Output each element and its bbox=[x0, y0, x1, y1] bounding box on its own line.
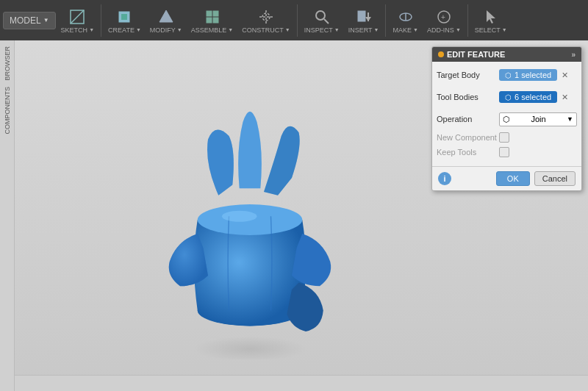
toolbar-group-addins[interactable]: + ADD-INS▼ bbox=[423, 5, 465, 36]
svg-marker-16 bbox=[365, 17, 371, 21]
addins-icon: + bbox=[434, 7, 453, 26]
toolbar-group-create[interactable]: CREATE▼ bbox=[104, 5, 145, 36]
tool-bodies-row: Tool Bodies ⬡ 6 selected ✕ bbox=[437, 88, 577, 106]
new-component-label: New Component bbox=[437, 133, 499, 142]
svg-rect-6 bbox=[213, 11, 218, 16]
svg-rect-3 bbox=[121, 14, 127, 20]
model-container bbox=[74, 77, 426, 362]
select-label: SELECT▼ bbox=[475, 26, 507, 34]
svg-text:+: + bbox=[441, 13, 445, 21]
make-icon bbox=[396, 7, 415, 26]
panel-title: EDIT FEATURE bbox=[447, 50, 505, 59]
target-body-badge[interactable]: ⬡ 1 selected bbox=[499, 69, 557, 81]
viewport[interactable]: RIGHT FRONT TOP Z- EDIT FEATURE » Tar bbox=[15, 40, 588, 391]
target-body-badge-text: 1 selected bbox=[514, 71, 551, 79]
construct-icon bbox=[257, 7, 276, 26]
target-body-label: Target Body bbox=[437, 71, 499, 79]
svg-line-1 bbox=[71, 10, 84, 24]
target-body-clear[interactable]: ✕ bbox=[562, 71, 568, 80]
divider-2 bbox=[297, 4, 298, 37]
construct-label: CONSTRUCT▼ bbox=[242, 26, 290, 34]
modify-icon bbox=[157, 7, 176, 26]
operation-select[interactable]: ⬡ Join ▼ bbox=[499, 112, 577, 126]
toolbar-group-insert[interactable]: INSERT▼ bbox=[345, 5, 383, 36]
new-component-row: New Component bbox=[437, 132, 577, 143]
create-label: CREATE▼ bbox=[108, 26, 141, 34]
addins-label: ADD-INS▼ bbox=[427, 26, 461, 34]
svg-marker-4 bbox=[159, 10, 173, 22]
top-toolbar: MODEL ▼ SKETCH▼ CREATE▼ bbox=[0, 0, 588, 40]
components-tab[interactable]: COMPONENTS bbox=[2, 84, 12, 137]
divider-3 bbox=[385, 4, 386, 37]
browser-tab[interactable]: BROWSER bbox=[2, 43, 12, 84]
panel-info-dot bbox=[438, 51, 444, 57]
toolbar-group-select[interactable]: SELECT▼ bbox=[471, 5, 511, 36]
tool-bodies-badge[interactable]: ⬡ 6 selected bbox=[499, 91, 557, 103]
operation-select-text: Join bbox=[531, 115, 545, 123]
3d-model-svg bbox=[121, 80, 379, 359]
keep-tools-label: Keep Tools bbox=[437, 148, 499, 157]
svg-point-12 bbox=[316, 11, 325, 20]
status-bar bbox=[15, 375, 588, 391]
toolbar-group-construct[interactable]: CONSTRUCT▼ bbox=[238, 5, 293, 36]
target-body-value: ⬡ 1 selected ✕ bbox=[499, 69, 577, 81]
sketch-icon bbox=[68, 7, 87, 26]
svg-point-25 bbox=[222, 210, 257, 221]
svg-rect-8 bbox=[213, 18, 218, 23]
model-label: MODEL bbox=[10, 15, 41, 26]
select-icon bbox=[481, 7, 501, 26]
svg-marker-21 bbox=[487, 10, 495, 24]
divider-1 bbox=[101, 4, 101, 37]
tool-bodies-clear[interactable]: ✕ bbox=[562, 93, 568, 102]
panel-footer: i OK Cancel bbox=[432, 166, 581, 190]
svg-rect-7 bbox=[207, 18, 212, 23]
panel-expand-icon[interactable]: » bbox=[571, 51, 576, 59]
info-button[interactable]: i bbox=[438, 172, 451, 185]
operation-select-icon: ⬡ bbox=[503, 115, 510, 124]
svg-rect-14 bbox=[358, 11, 365, 21]
tool-bodies-badge-text: 6 selected bbox=[514, 93, 551, 101]
tool-bodies-label: Tool Bodies bbox=[437, 93, 499, 101]
target-body-badge-icon: ⬡ bbox=[505, 71, 512, 79]
inspect-label: INSPECT▼ bbox=[304, 26, 340, 34]
operation-dropdown-icon: ▼ bbox=[567, 115, 573, 123]
svg-point-22 bbox=[194, 336, 306, 359]
main-area: BROWSER COMPONENTS bbox=[0, 40, 588, 391]
divider-4 bbox=[467, 4, 468, 37]
inspect-icon bbox=[312, 7, 331, 26]
tool-bodies-value: ⬡ 6 selected ✕ bbox=[499, 91, 577, 103]
keep-tools-checkbox[interactable] bbox=[499, 147, 509, 157]
insert-label: INSERT▼ bbox=[348, 26, 379, 34]
target-body-row: Target Body ⬡ 1 selected ✕ bbox=[437, 66, 577, 84]
new-component-checkbox[interactable] bbox=[499, 132, 509, 143]
panel-header: EDIT FEATURE » bbox=[432, 47, 581, 62]
assemble-icon bbox=[203, 7, 222, 26]
operation-row: Operation ⬡ Join ▼ bbox=[437, 110, 577, 128]
panel-header-left: EDIT FEATURE bbox=[438, 50, 505, 59]
svg-rect-5 bbox=[207, 11, 212, 16]
create-icon bbox=[115, 7, 134, 26]
cancel-button[interactable]: Cancel bbox=[534, 171, 576, 186]
modify-label: MODIFY▼ bbox=[150, 26, 182, 34]
assemble-label: ASSEMBLE▼ bbox=[191, 26, 233, 34]
toolbar-group-make[interactable]: MAKE▼ bbox=[389, 5, 421, 36]
model-button[interactable]: MODEL ▼ bbox=[3, 12, 56, 29]
operation-value: ⬡ Join ▼ bbox=[499, 112, 577, 126]
left-sidebar: BROWSER COMPONENTS bbox=[0, 40, 15, 391]
ok-button[interactable]: OK bbox=[496, 171, 530, 186]
panel-body: Target Body ⬡ 1 selected ✕ Tool Bodies bbox=[432, 62, 581, 166]
tool-bodies-badge-icon: ⬡ bbox=[505, 93, 512, 101]
model-arrow: ▼ bbox=[43, 17, 49, 24]
insert-icon bbox=[354, 7, 373, 26]
toolbar-group-modify[interactable]: MODIFY▼ bbox=[146, 5, 186, 36]
svg-line-13 bbox=[324, 19, 329, 24]
operation-label: Operation bbox=[437, 115, 499, 123]
toolbar-group-assemble[interactable]: ASSEMBLE▼ bbox=[187, 5, 237, 36]
toolbar-group-sketch[interactable]: SKETCH▼ bbox=[57, 5, 98, 36]
make-label: MAKE▼ bbox=[392, 26, 417, 34]
edit-feature-panel: EDIT FEATURE » Target Body ⬡ 1 selected … bbox=[431, 46, 582, 191]
toolbar-group-inspect[interactable]: INSPECT▼ bbox=[301, 5, 343, 36]
keep-tools-row: Keep Tools bbox=[437, 147, 577, 157]
footer-buttons: OK Cancel bbox=[496, 171, 576, 186]
sketch-label: SKETCH▼ bbox=[61, 26, 94, 34]
